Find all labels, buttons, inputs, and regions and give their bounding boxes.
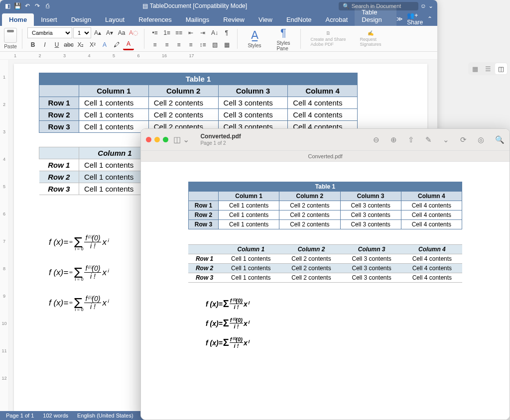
search-icon: 🔍 [343, 3, 350, 9]
tab-insert[interactable]: Insert [34, 13, 64, 26]
vertical-ruler[interactable]: 123 456 789 101112 [0, 60, 9, 411]
pdf-formula-3: f (x)=Σ f⁽ⁱ⁾(0)i ! xⁱ [206, 336, 485, 349]
sidebar-toggle-icon[interactable]: ◫ ⌄ [173, 135, 189, 144]
ribbon: Paste Cambria 12 A▴ A▾ Aa A◌ B I U abc X… [0, 26, 437, 52]
styles-pane-button[interactable]: ¶ Styles Pane [271, 26, 295, 51]
numbering-icon[interactable]: 1≡ [161, 27, 172, 38]
save-icon[interactable]: 💾 [14, 2, 21, 9]
subscript-button[interactable]: X₂ [75, 39, 86, 50]
icon-list-view[interactable]: ☰ [482, 63, 494, 74]
preview-window: ◫ ⌄ Converted.pdf Page 1 of 2 ⊖ ⊕ ⇧ ✎ ⌄ … [140, 128, 510, 420]
divider [22, 29, 22, 49]
adobe-pdf-button[interactable]: 🗎 Create and Share Adobe PDF [306, 30, 351, 47]
undo-icon[interactable]: ↶ [24, 2, 31, 9]
word-count[interactable]: 102 words [43, 413, 68, 419]
horizontal-ruler[interactable]: 1 2 3 4 5 6 16 17 [0, 52, 437, 60]
styles-icon: A̲ [251, 29, 258, 42]
tab-acrobat[interactable]: Acrobat [319, 13, 355, 26]
multilevel-icon[interactable]: ≡≡ [173, 27, 184, 38]
word-table-1[interactable]: Table 1 Column 1Column 2 Column 3Column … [39, 73, 358, 133]
justify-icon[interactable]: ≡ [185, 39, 196, 50]
underline-button[interactable]: U [51, 39, 62, 50]
align-left-icon[interactable]: ≡ [149, 39, 160, 50]
share-button[interactable]: 👥+ Share [407, 12, 423, 26]
doc-icon: ▤ [142, 2, 148, 9]
change-case-icon[interactable]: Aa [116, 27, 127, 38]
strike-button[interactable]: abc [63, 39, 74, 50]
highlight-icon[interactable]: ◎ [478, 135, 484, 144]
borders-icon[interactable]: ▦ [221, 39, 232, 50]
rotate-icon[interactable]: ⟳ [460, 135, 467, 144]
font-size-select[interactable]: 12 [73, 27, 91, 38]
search-icon[interactable]: 🔍 [495, 135, 505, 144]
bold-button[interactable]: B [27, 39, 38, 50]
tab-endnote[interactable]: EndNote [279, 13, 319, 26]
share-icon[interactable]: ⇧ [408, 135, 414, 144]
zoom-out-icon[interactable]: ⊖ [373, 135, 380, 144]
zoom-in-icon[interactable]: ⊕ [390, 135, 397, 144]
print-icon[interactable]: ⎙ [44, 2, 51, 9]
tabs-overflow-icon[interactable]: ≫ [396, 15, 403, 22]
tab-review[interactable]: Review [216, 13, 252, 26]
view-mode-segmented[interactable]: ▦ ☰ ◫ [468, 62, 508, 75]
preview-tab-bar[interactable]: Converted.pdf [141, 151, 510, 162]
icon-grid-view[interactable]: ▦ [469, 63, 481, 74]
indent-left-icon[interactable]: ⇤ [185, 27, 196, 38]
collapse-ribbon-icon[interactable]: ⌃ [427, 15, 432, 22]
highlight-icon[interactable]: 🖍 [111, 39, 122, 50]
divider [144, 29, 144, 49]
table-title: Table 1 [39, 73, 358, 85]
preview-document[interactable]: Table 1 Column 1Column 2 Column 3Column … [141, 162, 510, 420]
align-center-icon[interactable]: ≡ [161, 39, 172, 50]
language-indicator[interactable]: English (United States) [77, 413, 133, 419]
clear-format-icon[interactable]: A◌ [128, 27, 139, 38]
autosave-icon[interactable]: ◧ [4, 2, 11, 9]
bullets-icon[interactable]: •≡ [149, 27, 160, 38]
pdf-formula-1: f (x)=Σ f⁽ⁱ⁾(0)i ! xⁱ [206, 298, 485, 310]
font-color-icon[interactable]: A [123, 39, 134, 50]
ribbon-tabs: Home Insert Design Layout References Mai… [0, 12, 437, 26]
preview-titlebar: ◫ ⌄ Converted.pdf Page 1 of 2 ⊖ ⊕ ⇧ ✎ ⌄ … [141, 129, 510, 151]
show-marks-icon[interactable]: ¶ [221, 27, 232, 38]
sort-icon[interactable]: A↓ [209, 27, 220, 38]
minimize-icon[interactable] [154, 137, 160, 142]
clipboard-icon [4, 28, 17, 43]
superscript-button[interactable]: X² [87, 39, 98, 50]
window-controls [146, 137, 168, 142]
shrink-font-icon[interactable]: A▾ [104, 27, 115, 38]
styles-button[interactable]: A̲ Styles [243, 29, 266, 48]
text-effects-icon[interactable]: A [99, 39, 110, 50]
icon-column-view[interactable]: ◫ [495, 63, 507, 74]
markup-icon[interactable]: ✎ [425, 135, 432, 144]
pdf-icon: 🗎 [326, 30, 331, 36]
redo-icon[interactable]: ↷ [34, 2, 41, 9]
request-sig-button[interactable]: ✍ Request Signatures [356, 30, 385, 47]
doc-title: TableDocument [Compatibility Mode] [150, 2, 247, 9]
tab-home[interactable]: Home [2, 13, 34, 26]
tab-mailings[interactable]: Mailings [179, 13, 217, 26]
tab-layout[interactable]: Layout [98, 13, 131, 26]
chevron-down-icon[interactable]: ⌄ [428, 2, 433, 9]
paste-button[interactable]: Paste [4, 28, 17, 49]
tab-table-design[interactable]: Table Design [355, 6, 396, 26]
tab-references[interactable]: References [131, 13, 178, 26]
smiley-icon[interactable]: ☺ [420, 2, 426, 9]
italic-button[interactable]: I [39, 39, 50, 50]
close-icon[interactable] [146, 137, 151, 142]
tab-design[interactable]: Design [64, 13, 98, 26]
line-spacing-icon[interactable]: ↕≡ [197, 39, 208, 50]
shading-icon[interactable]: ▧ [209, 39, 220, 50]
align-right-icon[interactable]: ≡ [173, 39, 184, 50]
grow-font-icon[interactable]: A▴ [92, 27, 103, 38]
divider [300, 29, 301, 49]
tab-view[interactable]: View [252, 13, 279, 26]
zoom-icon[interactable] [163, 137, 168, 142]
preview-subtitle: Page 1 of 2 [200, 140, 241, 146]
signature-icon: ✍ [368, 30, 374, 36]
more-icon[interactable]: ⌄ [443, 135, 449, 144]
indent-right-icon[interactable]: ⇥ [197, 27, 208, 38]
word-table-2[interactable]: Column 1 Row 1Cell 1 contents Row 2Cell … [39, 147, 151, 195]
preview-title: Converted.pdf [200, 133, 241, 140]
page-indicator[interactable]: Page 1 of 1 [6, 413, 34, 419]
font-name-select[interactable]: Cambria [27, 27, 72, 38]
